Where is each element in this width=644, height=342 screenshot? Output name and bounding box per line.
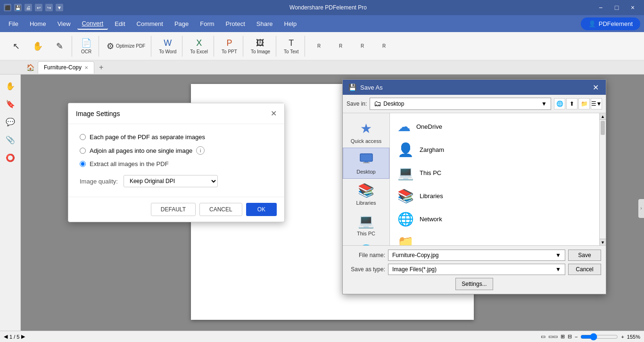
menu-convert[interactable]: Convert — [77, 18, 108, 30]
menu-page[interactable]: Page — [170, 18, 193, 29]
hand-tool[interactable]: ✋ — [27, 36, 48, 57]
radio-option3[interactable]: Extract all images in the PDF — [80, 160, 273, 167]
sidebar-comment[interactable]: 💬 — [3, 114, 18, 129]
save-in-select[interactable]: 🗂 Desktop ▼ — [370, 98, 551, 110]
double-page-icon[interactable]: ▭▭ — [548, 334, 558, 340]
tool-r4[interactable]: R — [374, 36, 395, 57]
nav-libraries[interactable]: 📚 Libraries — [343, 179, 389, 209]
to-ppt-button[interactable]: P To PPT — [218, 36, 241, 57]
page-nav: ◀ 1 / 5 ▶ — [4, 334, 25, 340]
redo-icon[interactable]: ↪ — [45, 4, 53, 11]
right-scrollbar[interactable]: ▲ ▼ — [599, 113, 606, 245]
cancel-button[interactable]: CANCEL — [199, 203, 242, 216]
save-in-label: Save in: — [347, 100, 367, 107]
collapse-handle[interactable]: › — [638, 199, 644, 218]
savetype-select[interactable]: Image Files(*.jpg) ▼ — [388, 264, 565, 275]
to-text-button[interactable]: T To Text — [280, 36, 303, 57]
save-left-panel: ★ Quick access Desktop 📚 Libraries — [343, 113, 390, 245]
print-icon[interactable]: 🖨 — [25, 4, 32, 11]
file-item-libraries[interactable]: 📚 Libraries — [392, 184, 604, 208]
new-folder-button[interactable]: 📁 — [578, 98, 590, 109]
sidebar-bookmark[interactable]: 🔖 — [3, 96, 18, 111]
filename-input[interactable]: Furniture-Copy.jpg ▼ — [388, 250, 565, 261]
quality-label: Image quality: — [80, 178, 118, 185]
file-item-onedrive[interactable]: ☁ OneDrive — [392, 115, 604, 138]
sidebar-attachment[interactable]: 📎 — [3, 132, 18, 147]
to-image-button[interactable]: 🖼 To Image — [247, 36, 274, 57]
tool-r1[interactable]: R — [309, 36, 330, 57]
menu-help[interactable]: Help — [280, 18, 302, 29]
ok-button[interactable]: OK — [246, 203, 277, 216]
save-dialog-close-button[interactable]: ✕ — [591, 83, 600, 92]
cursor-tool[interactable]: ↖ — [6, 36, 26, 57]
radio-option1[interactable]: Each page of the PDF as separate images — [80, 133, 273, 141]
up-folder-button[interactable]: ⬆ — [566, 98, 578, 109]
to-word-button[interactable]: W To Word — [155, 36, 180, 57]
undo-icon[interactable]: ↩ — [35, 4, 42, 11]
radio-option2[interactable]: Adjoin all pages into one single image — [80, 147, 192, 154]
file-item-this-pc[interactable]: 💻 This PC — [392, 161, 604, 184]
menu-share[interactable]: Share — [252, 18, 278, 29]
optimize-button[interactable]: ⚙ Optimize PDF — [103, 36, 149, 57]
dropdown-icon[interactable]: ▼ — [56, 4, 63, 11]
ocr-button[interactable]: 📄 OCR — [76, 36, 97, 57]
view-button[interactable]: ☰▼ — [591, 98, 602, 109]
dialog-close-button[interactable]: ✕ — [271, 109, 277, 118]
scroll-up-arrow[interactable]: ▲ — [600, 113, 606, 120]
radio-input-2[interactable] — [80, 148, 86, 154]
tool-r3[interactable]: R — [352, 36, 373, 57]
home-button[interactable]: 🏠 — [24, 61, 37, 74]
default-button[interactable]: DEFAULT — [151, 203, 196, 216]
sidebar-circle[interactable]: ⭕ — [3, 150, 18, 165]
next-page-button[interactable]: ▶ — [21, 334, 25, 340]
quality-select[interactable]: Keep Original DPI 72 DPI 96 DPI 150 DPI … — [124, 175, 218, 187]
web-back-button[interactable]: 🌐 — [554, 98, 565, 109]
info-icon[interactable]: i — [196, 146, 205, 155]
quality-row: Image quality: Keep Original DPI 72 DPI … — [80, 175, 273, 187]
menu-protect[interactable]: Protect — [221, 18, 250, 29]
save-icon[interactable]: 💾 — [14, 4, 22, 11]
menu-edit[interactable]: Edit — [110, 18, 130, 29]
nav-desktop[interactable]: Desktop — [343, 148, 389, 179]
prev-page-button[interactable]: ◀ — [4, 334, 8, 340]
menu-comment[interactable]: Comment — [132, 18, 168, 29]
to-text-icon: T — [289, 38, 294, 48]
zoom-out-button[interactable]: − — [575, 334, 578, 340]
nav-quick-access[interactable]: ★ Quick access — [343, 117, 389, 148]
cancel-save-button[interactable]: Cancel — [568, 264, 601, 275]
maximize-button[interactable]: □ — [609, 0, 624, 15]
menu-home[interactable]: Home — [25, 18, 51, 29]
fit-page-icon[interactable]: ⊟ — [568, 334, 572, 340]
pdfelement-button[interactable]: 👤 PDFelement — [581, 17, 640, 30]
scroll-thumb[interactable] — [601, 121, 605, 135]
new-tab-button[interactable]: + — [95, 61, 107, 74]
menu-form[interactable]: Form — [195, 18, 219, 29]
to-excel-button[interactable]: X To Excel — [186, 36, 212, 57]
tab-close-button[interactable]: ✕ — [84, 65, 88, 70]
grid-view-icon[interactable]: ⊞ — [561, 334, 565, 340]
nav-this-pc[interactable]: 💻 This PC — [343, 209, 389, 240]
radio-input-3[interactable] — [80, 161, 86, 167]
zoom-in-button[interactable]: + — [621, 334, 624, 340]
file-item-network[interactable]: 🌐 Network — [392, 208, 604, 231]
to-excel-icon: X — [196, 38, 202, 48]
menu-file[interactable]: File — [4, 18, 23, 29]
minimize-button[interactable]: − — [593, 0, 608, 15]
document-tab[interactable]: Furniture-Copy ✕ — [38, 61, 94, 74]
file-item-extra[interactable]: 📁 — [392, 231, 604, 245]
file-item-zargham[interactable]: 👤 Zargham — [392, 138, 604, 161]
tool-r2[interactable]: R — [330, 36, 351, 57]
libraries-file-icon: 📚 — [397, 188, 414, 204]
single-page-icon[interactable]: ▭ — [541, 334, 545, 340]
nav-network[interactable]: 🌐 Network — [343, 240, 389, 245]
left-sidebar: ✋ 🔖 💬 📎 ⭕ — [0, 75, 21, 342]
save-button[interactable]: Save — [568, 250, 601, 261]
menu-view[interactable]: View — [53, 18, 75, 29]
close-button[interactable]: × — [625, 0, 640, 15]
zoom-slider[interactable] — [580, 333, 618, 341]
scroll-down-arrow[interactable]: ▼ — [600, 239, 606, 245]
sidebar-hand[interactable]: ✋ — [3, 78, 18, 93]
radio-input-1[interactable] — [80, 134, 86, 140]
edit-text-tool[interactable]: ✎ — [49, 36, 70, 57]
settings-button[interactable]: Settings... — [455, 278, 493, 290]
